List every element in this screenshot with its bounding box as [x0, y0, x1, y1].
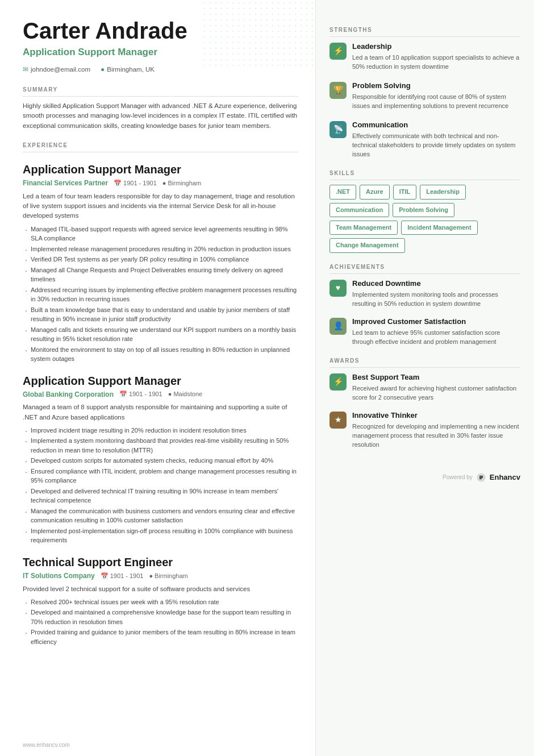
- right-footer: Powered by Enhancv: [329, 472, 520, 483]
- achievements-label: ACHIEVEMENTS: [329, 263, 520, 274]
- award-body-1: Best Support Team Received award for ach…: [352, 372, 520, 402]
- calendar-icon-2: 📅: [119, 390, 127, 398]
- skill-azure: Azure: [360, 185, 390, 199]
- job-meta-1: Financial Services Partner 📅 1901 - 1901…: [23, 178, 298, 188]
- achievement-title-2: Improved Customer Satisfaction: [352, 317, 520, 327]
- company-3: IT Solutions Company: [23, 571, 95, 581]
- award-item-2: ★ Innovative Thinker Recognized for deve…: [329, 410, 520, 450]
- strength-desc-2: Responsible for identifying root cause o…: [352, 93, 520, 111]
- strength-body-1: Leadership Led a team of 10 application …: [352, 41, 520, 72]
- pin-icon-2: ●: [168, 390, 172, 398]
- skill-itil: ITIL: [393, 185, 417, 199]
- brand-name: Enhancv: [490, 472, 520, 483]
- location-value: Birmingham, UK: [107, 65, 155, 74]
- award-title-1: Best Support Team: [352, 372, 520, 383]
- strength-icon-1: ⚡: [329, 43, 347, 60]
- job-title-2: Application Support Manager: [23, 373, 298, 389]
- job-desc-2: Managed a team of 8 support analysts res…: [23, 402, 298, 422]
- experience-label: EXPERIENCE: [23, 142, 298, 152]
- bullet-3-1: Developed and maintained a comprehensive…: [23, 608, 298, 626]
- achievement-body-2: Improved Customer Satisfaction Led team …: [352, 317, 520, 347]
- bullet-1-1: Implemented release management procedure…: [23, 244, 298, 254]
- strength-title-1: Leadership: [352, 41, 520, 52]
- pin-icon-3: ●: [149, 572, 153, 580]
- achievement-title-1: Reduced Downtime: [352, 279, 520, 289]
- candidate-title: Application Support Manager: [23, 45, 298, 59]
- award-desc-2: Recognized for developing and implementi…: [352, 422, 520, 450]
- achievement-desc-1: Implemented system monitoring tools and …: [352, 290, 520, 309]
- right-column: STRENGTHS ⚡ Leadership Led a team of 10 …: [315, 0, 534, 756]
- contact-row: ✉ johndoe@email.com ● Birmingham, UK: [23, 65, 298, 74]
- summary-text: Highly skilled Application Support Manag…: [23, 101, 298, 131]
- summary-label: SUMMARY: [23, 86, 298, 97]
- job-meta-3: IT Solutions Company 📅 1901 - 1901 ● Bir…: [23, 571, 298, 581]
- job-meta-2: Global Banking Corporation 📅 1901 - 1901…: [23, 390, 298, 400]
- strength-title-3: Communication: [352, 120, 520, 130]
- bullet-1-5: Built a team knowledge base that is easy…: [23, 305, 298, 324]
- candidate-name: Carter Andrade: [23, 18, 298, 43]
- strength-body-3: Communication Effectively communicate wi…: [352, 120, 520, 159]
- award-desc-1: Received award for achieving highest cus…: [352, 384, 520, 402]
- bullet-2-1: Implemented a system monitoring dashboar…: [23, 436, 298, 455]
- strength-icon-3: 📡: [329, 121, 347, 138]
- skill-communication: Communication: [329, 203, 389, 217]
- award-title-2: Innovative Thinker: [352, 410, 520, 421]
- powered-by-text: Powered by: [443, 473, 473, 481]
- calendar-icon-1: 📅: [114, 179, 122, 188]
- strength-item-1: ⚡ Leadership Led a team of 10 applicatio…: [329, 41, 520, 72]
- skill-team-mgmt: Team Management: [329, 221, 398, 235]
- bullet-1-3: Managed all Change Requests and Project …: [23, 265, 298, 284]
- bullet-1-0: Managed ITIL-based support requests with…: [23, 225, 298, 243]
- dates-1: 📅 1901 - 1901: [114, 179, 157, 188]
- location-2: ● Maidstone: [168, 390, 202, 398]
- achievement-item-2: 👤 Improved Customer Satisfaction Led tea…: [329, 317, 520, 347]
- location-icon: ●: [101, 65, 105, 74]
- strength-desc-3: Effectively communicate with both techni…: [352, 132, 520, 159]
- email-contact: ✉ johndoe@email.com: [23, 65, 90, 74]
- resume-page: Carter Andrade Application Support Manag…: [0, 0, 534, 756]
- enhancv-logo-icon: [476, 472, 486, 483]
- location-contact: ● Birmingham, UK: [101, 65, 155, 74]
- skills-label: SKILLS: [329, 169, 520, 180]
- skill-change-mgmt: Change Management: [329, 238, 405, 252]
- job-title-1: Application Support Manager: [23, 161, 298, 177]
- award-icon-1: ⚡: [329, 373, 347, 391]
- bullets-2: Improved incident triage resulting in 20…: [23, 426, 298, 545]
- bullet-3-2: Provided training and guidance to junior…: [23, 628, 298, 646]
- company-1: Financial Services Partner: [23, 178, 108, 188]
- achievement-desc-2: Led team to achieve 95% customer satisfa…: [352, 329, 520, 347]
- left-column: Carter Andrade Application Support Manag…: [0, 0, 315, 756]
- email-value: johndoe@email.com: [31, 65, 90, 74]
- strength-title-2: Problem Solving: [352, 81, 520, 91]
- award-item-1: ⚡ Best Support Team Received award for a…: [329, 372, 520, 402]
- bullet-2-2: Developed custom scripts for automated s…: [23, 456, 298, 466]
- achievement-item-1: ♥ Reduced Downtime Implemented system mo…: [329, 279, 520, 309]
- bullet-2-0: Improved incident triage resulting in 20…: [23, 426, 298, 435]
- skill-incident-mgmt: Incident Management: [401, 221, 477, 235]
- email-icon: ✉: [23, 65, 28, 74]
- bullet-1-2: Verified DR Test systems as per yearly D…: [23, 255, 298, 264]
- calendar-icon-3: 📅: [101, 572, 109, 580]
- skills-grid: .NET Azure ITIL Leadership Communication…: [329, 185, 520, 253]
- achievement-body-1: Reduced Downtime Implemented system moni…: [352, 279, 520, 309]
- company-2: Global Banking Corporation: [23, 390, 114, 400]
- skill-leadership: Leadership: [420, 185, 466, 199]
- dates-3: 📅 1901 - 1901: [101, 572, 144, 580]
- bullet-1-4: Addressed recurring issues by implementi…: [23, 285, 298, 304]
- achievement-icon-2: 👤: [329, 318, 347, 335]
- skill-net: .NET: [329, 185, 356, 199]
- location-1: ● Birmingham: [162, 179, 201, 188]
- bullet-1-6: Managed calls and tickets ensuring we un…: [23, 325, 298, 344]
- bullet-2-3: Ensured compliance with ITIL incident, p…: [23, 467, 298, 485]
- dates-2: 📅 1901 - 1901: [119, 390, 162, 398]
- job-title-3: Technical Support Engineer: [23, 554, 298, 570]
- bullet-2-6: Implemented post-implementation sign-off…: [23, 526, 298, 545]
- achievement-icon-1: ♥: [329, 280, 347, 297]
- job-desc-1: Led a team of four team leaders responsi…: [23, 192, 298, 221]
- strength-icon-2: 🏆: [329, 82, 347, 99]
- awards-label: AWARDS: [329, 357, 520, 368]
- bullets-1: Managed ITIL-based support requests with…: [23, 225, 298, 364]
- pin-icon-1: ●: [162, 179, 166, 188]
- strength-body-2: Problem Solving Responsible for identify…: [352, 81, 520, 111]
- job-desc-3: Provided level 2 technical support for a…: [23, 584, 298, 594]
